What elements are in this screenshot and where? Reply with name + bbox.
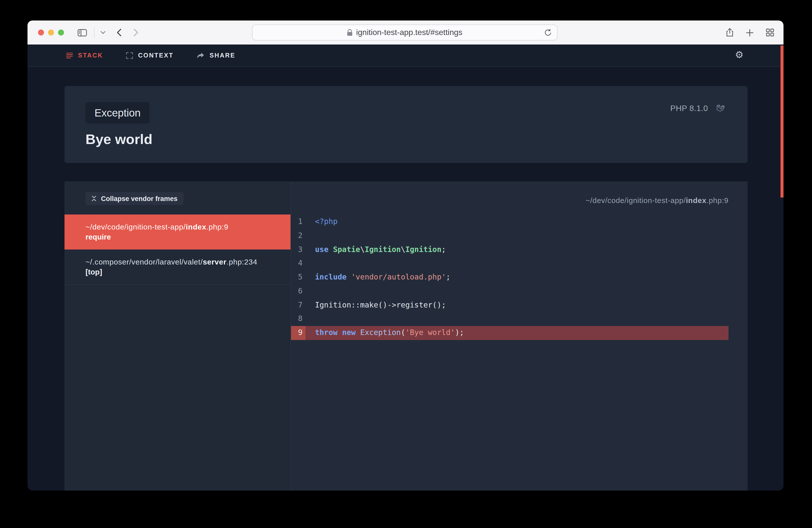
- code-line-4: 4: [291, 257, 728, 271]
- code-file-path: ~/dev/code/ignition-test-app/index.php:9: [585, 196, 728, 205]
- new-tab-icon: [746, 29, 754, 36]
- tab-share[interactable]: SHARE: [197, 52, 235, 59]
- code-text: [305, 312, 315, 326]
- stack-frames-panel: Collapse vendor frames ~/dev/code/igniti…: [64, 181, 291, 490]
- line-number: 2: [291, 229, 305, 243]
- code-lines: 1<?php23use Spatie\Ignition\Ignition;45i…: [291, 215, 728, 340]
- traffic-lights: [38, 29, 64, 35]
- code-line-5: 5include 'vendor/autoload.php';: [291, 270, 728, 284]
- line-number: 9: [291, 326, 305, 340]
- gear-icon[interactable]: ⚙: [735, 50, 743, 59]
- share-arrow-icon: [197, 52, 204, 59]
- collapse-vendor-frames-button[interactable]: Collapse vendor frames: [86, 192, 184, 205]
- code-line-8: 8: [291, 312, 728, 326]
- address-bar[interactable]: ignition-test-app.test/#settings: [252, 25, 557, 41]
- reload-button[interactable]: [543, 28, 552, 38]
- frame-method: require: [86, 232, 278, 242]
- tab-context-label: CONTEXT: [138, 52, 174, 59]
- tab-overview-button[interactable]: [764, 27, 776, 39]
- lock-icon: [347, 29, 352, 36]
- stack-frame-selected[interactable]: ~/dev/code/ignition-test-app/index.php:9…: [64, 215, 290, 249]
- code-text: Ignition::make()->register();: [305, 298, 446, 312]
- tab-stack[interactable]: STACK: [66, 52, 103, 59]
- code-text: [305, 284, 315, 298]
- collapse-icon: [91, 195, 97, 202]
- browser-toolbar: ignition-test-app.test/#settings: [28, 20, 783, 44]
- code-snippet-panel: ~/dev/code/ignition-test-app/index.php:9…: [291, 181, 748, 490]
- back-button[interactable]: [115, 27, 124, 39]
- screenshot-stage: ignition-test-app.test/#settings: [0, 0, 812, 528]
- url-text: ignition-test-app.test/#settings: [356, 28, 462, 37]
- php-version-label: PHP 8.1.0: [670, 104, 708, 113]
- exception-card: Exception Bye world PHP 8.1.0: [64, 86, 748, 163]
- scrollbar-thumb[interactable]: [781, 45, 783, 197]
- sidebar-menu-button[interactable]: [99, 29, 107, 36]
- tab-share-label: SHARE: [209, 52, 235, 59]
- context-icon: [126, 52, 133, 59]
- code-line-6: 6: [291, 284, 728, 298]
- line-number: 8: [291, 312, 305, 326]
- code-line-1: 1<?php: [291, 215, 728, 229]
- share-icon: [726, 28, 734, 37]
- reload-icon: [545, 29, 551, 36]
- collapse-button-label: Collapse vendor frames: [101, 195, 177, 202]
- code-text: use Spatie\Ignition\Ignition;: [305, 243, 446, 257]
- code-text: include 'vendor/autoload.php';: [305, 270, 450, 284]
- share-button[interactable]: [724, 26, 736, 39]
- safari-window: ignition-test-app.test/#settings: [28, 20, 783, 490]
- forward-button[interactable]: [131, 27, 141, 39]
- laravel-icon: [716, 104, 725, 113]
- code-line-3: 3use Spatie\Ignition\Ignition;: [291, 243, 728, 257]
- code-text: [305, 257, 315, 271]
- back-icon: [116, 29, 121, 36]
- line-number: 7: [291, 298, 305, 312]
- tab-context[interactable]: CONTEXT: [126, 52, 174, 59]
- exception-class-badge: Exception: [86, 102, 149, 123]
- frame-path: ~/dev/code/ignition-test-app/index.php:9: [86, 222, 278, 232]
- minimize-button[interactable]: [48, 29, 54, 35]
- sidebar-toggle-button[interactable]: [75, 27, 89, 38]
- code-text: throw new Exception('Bye world');: [305, 326, 464, 340]
- code-text: [305, 229, 315, 243]
- tab-overview-icon: [766, 29, 774, 36]
- line-number: 3: [291, 243, 305, 257]
- tab-stack-label: STACK: [78, 52, 103, 59]
- close-button[interactable]: [38, 29, 44, 35]
- debug-panels: Collapse vendor frames ~/dev/code/igniti…: [64, 181, 748, 490]
- chevron-down-icon: [101, 31, 105, 34]
- new-tab-button[interactable]: [744, 27, 755, 38]
- stack-frame[interactable]: ~/.composer/vendor/laravel/valet/server.…: [64, 249, 290, 285]
- zoom-button[interactable]: [58, 29, 64, 35]
- exception-message: Bye world: [86, 132, 725, 147]
- line-number: 1: [291, 215, 305, 229]
- code-text: <?php: [305, 215, 337, 229]
- code-line-9: 9throw new Exception('Bye world');: [291, 326, 728, 340]
- ignition-navbar: STACK CONTEXT SHARE ⚙: [28, 44, 783, 67]
- forward-icon: [133, 29, 139, 36]
- line-number: 5: [291, 270, 305, 284]
- toolbar-separator: [94, 27, 95, 38]
- frame-method: [top]: [86, 267, 278, 277]
- frame-path: ~/.composer/vendor/laravel/valet/server.…: [86, 257, 278, 267]
- stack-icon: [66, 53, 73, 59]
- code-line-2: 2: [291, 229, 728, 243]
- sidebar-icon: [77, 29, 87, 36]
- line-number: 6: [291, 284, 305, 298]
- line-number: 4: [291, 257, 305, 271]
- code-line-7: 7Ignition::make()->register();: [291, 298, 728, 312]
- ignition-page: Exception Bye world PHP 8.1.0: [28, 67, 783, 490]
